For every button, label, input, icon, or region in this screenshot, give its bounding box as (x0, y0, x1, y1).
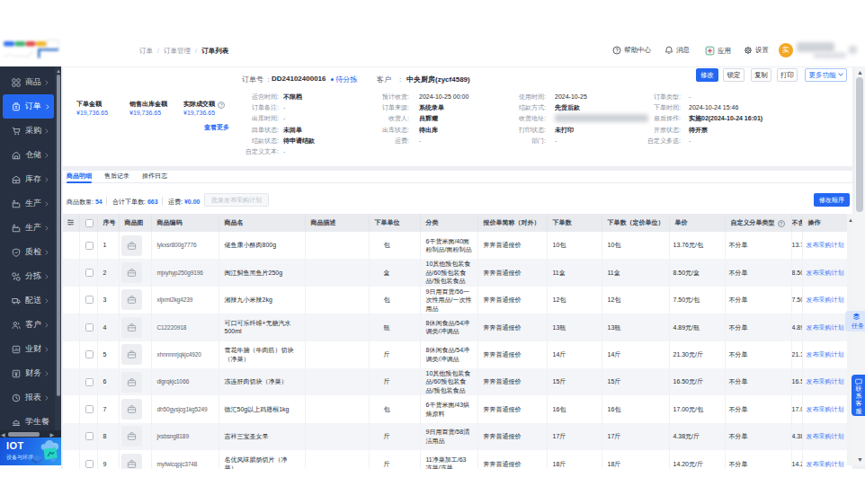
product-image-placeholder[interactable] (121, 426, 142, 447)
apps-button[interactable]: 应用 (705, 46, 731, 56)
sidebar-item[interactable]: 订单 (3, 94, 54, 119)
row-checkbox[interactable] (85, 405, 94, 413)
sidebar-item-icon (12, 248, 21, 257)
cell-seq: 6 (97, 368, 119, 395)
sidebar-horizontal-scrollbar[interactable]: ◀ ▶ (0, 430, 61, 438)
publish-purchase-plan-link[interactable]: 发布采购计划 (807, 296, 844, 303)
sidebar-item[interactable]: 分拣 (0, 264, 55, 288)
cell-seq: 9 (97, 450, 119, 469)
cell-image (119, 287, 151, 314)
column-settings-icon[interactable] (67, 218, 75, 226)
row-checkbox[interactable] (85, 432, 94, 440)
product-image-placeholder[interactable] (121, 372, 142, 393)
user-menu-chevron[interactable] (849, 46, 857, 54)
more-actions-button[interactable]: 更多功能 (805, 68, 847, 82)
help-label: 帮助中心 (624, 46, 651, 55)
sidebar-item[interactable]: 仓储 (0, 143, 55, 167)
scroll-up-arrow[interactable]: ▲ (857, 69, 863, 75)
tab-product-detail[interactable]: 商品明细 (67, 172, 92, 181)
tab-aftersale-records[interactable]: 售后记录 (104, 172, 129, 181)
publish-purchase-plan-link[interactable]: 发布采购计划 (807, 461, 844, 467)
copy-button[interactable]: 复制 (751, 68, 771, 82)
stat-value: ¥19,736.65 (76, 110, 108, 116)
row-checkbox[interactable] (85, 269, 94, 277)
cell-notax-clipped: 4.89元/瓶 (792, 323, 803, 332)
row-checkbox[interactable] (85, 460, 94, 468)
messages-button[interactable]: 消息 (664, 46, 690, 55)
cell-image (119, 450, 151, 469)
publish-purchase-plan-link[interactable]: 发布采购计划 (807, 433, 844, 439)
edit-button[interactable]: 修改 (696, 68, 718, 82)
sidebar-item[interactable]: 配送 (0, 288, 55, 313)
task-widget[interactable]: 任务 (845, 311, 865, 332)
scroll-right-arrow[interactable]: ▶ (49, 432, 54, 438)
sidebar-item-icon (12, 199, 21, 208)
customer-value: 中央厨房(zycf4589) (406, 75, 470, 84)
product-image-placeholder[interactable] (121, 454, 142, 469)
briefcase-icon (127, 431, 137, 441)
product-image-placeholder[interactable] (121, 235, 142, 256)
sidebar-item-label: 客户 (25, 319, 41, 331)
product-image-placeholder[interactable] (121, 317, 142, 338)
publish-purchase-plan-link[interactable]: 发布采购计划 (807, 324, 844, 331)
modify-order-button[interactable]: 修改顺序 (814, 193, 850, 207)
row-checkbox[interactable] (85, 242, 94, 250)
sidebar-item[interactable]: 生产 (0, 216, 55, 240)
scroll-down-arrow[interactable]: ▼ (857, 456, 863, 463)
sidebar-hscrollbar-thumb[interactable] (8, 432, 40, 437)
cell-unit: 包 (369, 395, 420, 422)
briefcase-icon (127, 323, 137, 332)
table-scrollbar[interactable]: ▲ (847, 214, 854, 465)
publish-purchase-plan-link[interactable]: 发布采购计划 (807, 270, 844, 276)
breadcrumb-item[interactable]: 订单 (139, 47, 153, 56)
sidebar-item[interactable]: 业财 (0, 337, 55, 361)
scroll-left-arrow[interactable]: ◀ (1, 432, 5, 438)
row-checkbox[interactable] (85, 378, 94, 386)
row-checkbox[interactable] (85, 296, 94, 304)
tab-operation-log[interactable]: 操作日志 (142, 172, 167, 181)
cell-desc (305, 395, 369, 422)
sidebar-vertical-scrollbar[interactable]: ▲ (55, 66, 61, 430)
product-image-placeholder[interactable] (121, 289, 142, 310)
product-image-placeholder[interactable] (121, 262, 142, 283)
cell-image (119, 259, 151, 286)
bell-icon (664, 46, 673, 55)
product-image-placeholder[interactable] (121, 344, 142, 365)
lock-button[interactable]: 锁定 (723, 68, 745, 82)
contact-service-widget[interactable]: 联系客服 (852, 375, 865, 416)
iot-banner[interactable]: IOT 设备与环境 (0, 438, 61, 465)
help-circle-icon[interactable]: ? (778, 220, 785, 227)
table-row: 6 dlgrqkjc1066 冻连肝肉切块（净菜） 斤 10其他预包装食品/60… (63, 368, 852, 395)
settings-button[interactable]: 设置 (744, 46, 769, 55)
row-checkbox[interactable] (85, 323, 94, 332)
publish-purchase-plan-link[interactable]: 发布采购计划 (807, 242, 844, 248)
sidebar-item[interactable]: 采购 (0, 119, 55, 143)
page-scrollbar-thumb[interactable] (856, 77, 863, 212)
batch-publish-button[interactable]: 批量发布采购计划 (204, 193, 269, 207)
chevron-right-icon (44, 371, 49, 376)
cell-price: 17.00元/包 (669, 395, 725, 422)
avatar[interactable]: 实 (779, 43, 793, 57)
sidebar-scrollbar-thumb[interactable] (57, 75, 61, 396)
sidebar-item[interactable]: 客户 (0, 313, 55, 337)
sidebar-item[interactable]: 生产 (0, 191, 55, 216)
publish-purchase-plan-link[interactable]: 发布采购计划 (807, 378, 844, 385)
breadcrumb-separator: / (157, 47, 159, 56)
publish-purchase-plan-link[interactable]: 发布采购计划 (807, 406, 844, 412)
select-all-checkbox[interactable] (85, 219, 94, 227)
sidebar-item[interactable]: 库存 (0, 167, 55, 191)
print-button[interactable]: 打印 (777, 68, 798, 82)
cell-notax-clipped: 14.20元/斤 (792, 460, 803, 469)
sidebar-item[interactable]: 财务 (0, 361, 55, 385)
product-image-placeholder[interactable] (121, 399, 142, 420)
sidebar-item[interactable]: 商品 (0, 70, 55, 94)
field-label: 订单类型: (126, 93, 681, 102)
row-checkbox[interactable] (85, 350, 94, 358)
sidebar-item[interactable]: 质检 (0, 240, 55, 264)
breadcrumb-item[interactable]: 订单管理 (164, 47, 191, 56)
publish-purchase-plan-link[interactable]: 发布采购计划 (807, 351, 844, 358)
sidebar-item[interactable]: 报表 (0, 385, 55, 410)
scroll-up-arrow[interactable]: ▲ (848, 217, 853, 224)
cell-desc (305, 287, 369, 314)
help-center-button[interactable]: 帮助中心 (612, 46, 651, 55)
